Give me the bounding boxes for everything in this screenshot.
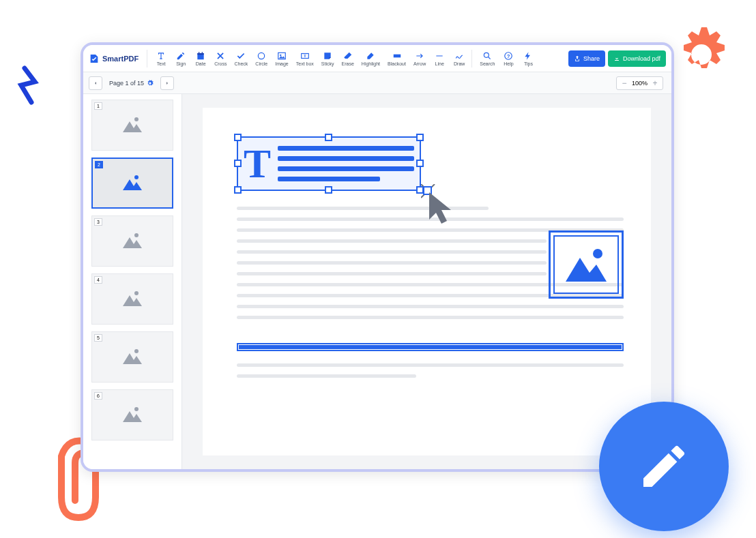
toolbar-edit-group: TextSignDateCrossCheckCircleImageTText b… [147, 50, 469, 68]
download-button[interactable]: Download pdf [608, 50, 666, 67]
handle-mid-left[interactable] [234, 160, 242, 167]
thumb-image-icon [121, 288, 143, 310]
thumb-image-icon [121, 230, 143, 252]
zoom-in-button[interactable]: + [650, 78, 660, 88]
image-label: Image [275, 61, 288, 66]
date-tool[interactable]: Date [191, 50, 210, 68]
svg-text:?: ? [507, 53, 510, 59]
svg-rect-9 [393, 54, 401, 57]
svg-point-6 [280, 54, 281, 55]
erase-tool[interactable]: Erase [338, 50, 358, 68]
selected-line[interactable] [237, 343, 624, 351]
toolbar: SmartPDF TextSignDateCrossCheckCircleIma… [83, 45, 671, 72]
svg-rect-2 [199, 52, 199, 54]
main-area: 1 2 3 4 5 6 T [83, 94, 671, 469]
brand-name: SmartPDF [102, 55, 139, 63]
next-page-button[interactable] [160, 76, 174, 90]
svg-rect-3 [202, 52, 203, 54]
draw-tool[interactable]: Draw [450, 50, 469, 68]
thumb-number: 2 [95, 161, 103, 168]
blackout-tool[interactable]: Blackout [384, 50, 409, 68]
svg-point-13 [134, 117, 139, 121]
textbox-label: Text box [296, 61, 314, 66]
svg-text:T: T [304, 54, 306, 58]
edit-fab[interactable] [599, 402, 729, 531]
handle-top-center[interactable] [325, 134, 332, 141]
cursor-icon [421, 184, 462, 228]
arrow-label: Arrow [413, 61, 426, 66]
svg-point-16 [134, 291, 139, 295]
sticky-tool[interactable]: Sticky [318, 50, 338, 68]
thumb-number: 6 [94, 392, 102, 400]
thumbnail-3[interactable]: 3 [91, 215, 173, 267]
document-page[interactable]: T [203, 108, 651, 455]
sign-tool[interactable]: Sign [171, 50, 190, 68]
svg-point-4 [259, 53, 265, 59]
page-label: Page 1 of 15 [109, 80, 144, 87]
textbox-lines [278, 146, 414, 181]
canvas-area[interactable]: T [182, 94, 671, 469]
app-frame: SmartPDF TextSignDateCrossCheckCircleIma… [81, 42, 674, 472]
help-tool[interactable]: ?Help [499, 50, 518, 68]
handle-mid-right[interactable] [416, 160, 424, 167]
thumb-image-icon [121, 173, 143, 194]
check-tool[interactable]: Check [231, 50, 251, 68]
thumbnail-4[interactable]: 4 [91, 273, 173, 325]
line-tool[interactable]: Line [430, 50, 449, 68]
search-label: Search [480, 61, 495, 66]
document-image-placeholder[interactable] [549, 230, 624, 299]
thumb-image-icon [121, 404, 143, 426]
tips-tool[interactable]: Tips [519, 50, 538, 68]
svg-point-18 [134, 407, 139, 411]
page-info: Page 1 of 15 [109, 80, 154, 87]
zoom-value: 100% [632, 80, 648, 87]
svg-point-15 [134, 233, 139, 237]
sign-label: Sign [176, 61, 186, 66]
thumb-number: 4 [94, 276, 102, 284]
textbox-tool[interactable]: TText box [293, 50, 317, 68]
thumbnail-6[interactable]: 6 [91, 389, 173, 440]
textbox-selection[interactable]: T [237, 136, 421, 191]
highlight-tool[interactable]: Highlight [358, 50, 383, 68]
handle-bottom-left[interactable] [234, 186, 242, 194]
date-label: Date [196, 61, 206, 66]
thumbnail-1[interactable]: 1 [91, 100, 173, 151]
thumbnail-5[interactable]: 5 [91, 331, 173, 383]
share-button[interactable]: Share [568, 50, 605, 67]
thumb-number: 1 [94, 102, 102, 110]
svg-point-17 [134, 349, 139, 353]
download-label: Download pdf [623, 55, 660, 62]
line-label: Line [435, 61, 444, 66]
text-label: Text [157, 61, 166, 66]
thumb-number: 3 [94, 218, 102, 226]
circle-tool[interactable]: Circle [252, 50, 271, 68]
sticky-label: Sticky [321, 61, 334, 66]
toolbar-help-group: Search?HelpTips [471, 50, 538, 68]
check-label: Check [234, 61, 248, 66]
page-settings-icon[interactable] [147, 80, 154, 87]
blackout-label: Blackout [388, 61, 406, 66]
handle-bottom-center[interactable] [325, 186, 332, 194]
textbox-glyph: T [244, 140, 271, 188]
cross-tool[interactable]: Cross [211, 50, 230, 68]
sub-toolbar: Page 1 of 15 − 100% + [83, 72, 671, 94]
search-tool[interactable]: Search [476, 50, 498, 68]
arrow-tool[interactable]: Arrow [410, 50, 429, 68]
svg-point-14 [134, 175, 139, 179]
prev-page-button[interactable] [89, 76, 102, 90]
svg-point-10 [484, 53, 489, 57]
thumbnail-2[interactable]: 2 [91, 158, 173, 209]
svg-point-23 [593, 249, 602, 258]
text-tool[interactable]: Text [151, 50, 171, 68]
decorative-bolt-icon [11, 65, 45, 106]
tips-label: Tips [524, 61, 533, 66]
handle-top-left[interactable] [234, 134, 242, 141]
document-text-line [237, 374, 416, 378]
thumbnails-panel: 1 2 3 4 5 6 [83, 94, 182, 469]
draw-label: Draw [454, 61, 465, 66]
document-text-line [237, 363, 624, 367]
share-label: Share [583, 55, 600, 62]
image-tool[interactable]: Image [272, 50, 291, 68]
zoom-out-button[interactable]: − [620, 78, 629, 88]
handle-top-right[interactable] [416, 134, 424, 141]
